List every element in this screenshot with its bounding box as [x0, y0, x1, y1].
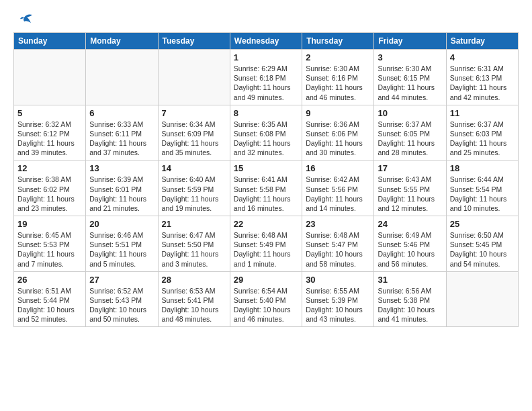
calendar-header-row: SundayMondayTuesdayWednesdayThursdayFrid… — [14, 33, 519, 50]
day-number: 16 — [306, 163, 370, 173]
day-number: 22 — [234, 219, 298, 229]
day-number: 15 — [234, 163, 298, 173]
day-info: Sunrise: 6:33 AMSunset: 6:11 PMDaylight:… — [89, 120, 154, 158]
calendar-table: SundayMondayTuesdayWednesdayThursdayFrid… — [13, 32, 519, 327]
day-number: 24 — [378, 219, 442, 229]
weekday-header-saturday: Saturday — [446, 33, 518, 50]
weekday-header-sunday: Sunday — [14, 33, 86, 50]
calendar-cell: 20Sunrise: 6:46 AMSunset: 5:51 PMDayligh… — [86, 216, 158, 272]
logo-bird-icon — [15, 13, 34, 28]
calendar-cell: 3Sunrise: 6:30 AMSunset: 6:15 PMDaylight… — [374, 50, 446, 105]
calendar-cell: 6Sunrise: 6:33 AMSunset: 6:11 PMDaylight… — [86, 105, 158, 161]
day-info: Sunrise: 6:49 AMSunset: 5:46 PMDaylight:… — [378, 230, 442, 269]
day-info: Sunrise: 6:30 AMSunset: 6:16 PMDaylight:… — [306, 64, 370, 102]
day-number: 8 — [234, 108, 298, 118]
day-info: Sunrise: 6:48 AMSunset: 5:47 PMDaylight:… — [306, 230, 370, 269]
day-info: Sunrise: 6:42 AMSunset: 5:56 PMDaylight:… — [306, 175, 370, 213]
calendar-cell: 17Sunrise: 6:43 AMSunset: 5:55 PMDayligh… — [374, 161, 446, 216]
day-info: Sunrise: 6:52 AMSunset: 5:43 PMDaylight:… — [89, 286, 154, 324]
day-info: Sunrise: 6:35 AMSunset: 6:08 PMDaylight:… — [234, 120, 298, 158]
calendar-cell: 25Sunrise: 6:50 AMSunset: 5:45 PMDayligh… — [446, 216, 518, 272]
day-number: 28 — [162, 275, 226, 285]
calendar-cell — [158, 50, 230, 105]
calendar-cell: 14Sunrise: 6:40 AMSunset: 5:59 PMDayligh… — [158, 161, 230, 216]
calendar-cell: 16Sunrise: 6:42 AMSunset: 5:56 PMDayligh… — [302, 161, 374, 216]
calendar-week-row: 19Sunrise: 6:45 AMSunset: 5:53 PMDayligh… — [14, 216, 519, 272]
page-header — [13, 13, 519, 26]
day-info: Sunrise: 6:43 AMSunset: 5:55 PMDaylight:… — [378, 175, 442, 213]
day-info: Sunrise: 6:55 AMSunset: 5:39 PMDaylight:… — [306, 286, 370, 324]
calendar-week-row: 1Sunrise: 6:29 AMSunset: 6:18 PMDaylight… — [14, 50, 519, 105]
logo — [13, 13, 34, 26]
day-number: 4 — [450, 52, 515, 62]
day-number: 5 — [17, 108, 82, 118]
day-info: Sunrise: 6:41 AMSunset: 5:58 PMDaylight:… — [234, 175, 298, 213]
day-number: 11 — [450, 108, 515, 118]
weekday-header-friday: Friday — [374, 33, 446, 50]
day-info: Sunrise: 6:48 AMSunset: 5:49 PMDaylight:… — [234, 230, 298, 269]
day-number: 2 — [306, 52, 370, 62]
day-number: 6 — [89, 108, 154, 118]
calendar-week-row: 12Sunrise: 6:38 AMSunset: 6:02 PMDayligh… — [14, 161, 519, 216]
day-number: 21 — [162, 219, 226, 229]
calendar-week-row: 26Sunrise: 6:51 AMSunset: 5:44 PMDayligh… — [14, 271, 519, 327]
day-info: Sunrise: 6:32 AMSunset: 6:12 PMDaylight:… — [17, 120, 82, 158]
calendar-cell: 19Sunrise: 6:45 AMSunset: 5:53 PMDayligh… — [14, 216, 86, 272]
day-number: 26 — [17, 275, 82, 285]
day-number: 31 — [378, 275, 442, 285]
day-number: 13 — [89, 163, 154, 173]
calendar-cell: 29Sunrise: 6:54 AMSunset: 5:40 PMDayligh… — [230, 271, 302, 327]
day-info: Sunrise: 6:46 AMSunset: 5:51 PMDaylight:… — [89, 230, 154, 269]
day-info: Sunrise: 6:34 AMSunset: 6:09 PMDaylight:… — [162, 120, 226, 158]
weekday-header-tuesday: Tuesday — [158, 33, 230, 50]
day-number: 7 — [162, 108, 226, 118]
day-info: Sunrise: 6:37 AMSunset: 6:03 PMDaylight:… — [450, 120, 515, 158]
day-info: Sunrise: 6:54 AMSunset: 5:40 PMDaylight:… — [234, 286, 298, 324]
calendar-cell: 18Sunrise: 6:44 AMSunset: 5:54 PMDayligh… — [446, 161, 518, 216]
day-number: 18 — [450, 163, 515, 173]
day-info: Sunrise: 6:50 AMSunset: 5:45 PMDaylight:… — [450, 230, 515, 269]
day-number: 23 — [306, 219, 370, 229]
calendar-cell: 12Sunrise: 6:38 AMSunset: 6:02 PMDayligh… — [14, 161, 86, 216]
calendar-cell: 5Sunrise: 6:32 AMSunset: 6:12 PMDaylight… — [14, 105, 86, 161]
calendar-week-row: 5Sunrise: 6:32 AMSunset: 6:12 PMDaylight… — [14, 105, 519, 161]
calendar-cell: 22Sunrise: 6:48 AMSunset: 5:49 PMDayligh… — [230, 216, 302, 272]
day-info: Sunrise: 6:44 AMSunset: 5:54 PMDaylight:… — [450, 175, 515, 213]
calendar-cell — [86, 50, 158, 105]
day-info: Sunrise: 6:37 AMSunset: 6:05 PMDaylight:… — [378, 120, 442, 158]
calendar-cell: 30Sunrise: 6:55 AMSunset: 5:39 PMDayligh… — [302, 271, 374, 327]
day-info: Sunrise: 6:56 AMSunset: 5:38 PMDaylight:… — [378, 286, 442, 324]
day-info: Sunrise: 6:39 AMSunset: 6:01 PMDaylight:… — [89, 175, 154, 213]
calendar-cell: 28Sunrise: 6:53 AMSunset: 5:41 PMDayligh… — [158, 271, 230, 327]
day-number: 14 — [162, 163, 226, 173]
day-number: 27 — [89, 275, 154, 285]
day-info: Sunrise: 6:30 AMSunset: 6:15 PMDaylight:… — [378, 64, 442, 102]
day-info: Sunrise: 6:29 AMSunset: 6:18 PMDaylight:… — [234, 64, 298, 102]
calendar-cell: 24Sunrise: 6:49 AMSunset: 5:46 PMDayligh… — [374, 216, 446, 272]
day-info: Sunrise: 6:51 AMSunset: 5:44 PMDaylight:… — [17, 286, 82, 324]
weekday-header-thursday: Thursday — [302, 33, 374, 50]
day-number: 30 — [306, 275, 370, 285]
day-info: Sunrise: 6:53 AMSunset: 5:41 PMDaylight:… — [162, 286, 226, 324]
calendar-cell: 21Sunrise: 6:47 AMSunset: 5:50 PMDayligh… — [158, 216, 230, 272]
calendar-cell: 1Sunrise: 6:29 AMSunset: 6:18 PMDaylight… — [230, 50, 302, 105]
calendar-cell: 27Sunrise: 6:52 AMSunset: 5:43 PMDayligh… — [86, 271, 158, 327]
calendar-cell: 13Sunrise: 6:39 AMSunset: 6:01 PMDayligh… — [86, 161, 158, 216]
calendar-cell: 4Sunrise: 6:31 AMSunset: 6:13 PMDaylight… — [446, 50, 518, 105]
calendar-cell: 8Sunrise: 6:35 AMSunset: 6:08 PMDaylight… — [230, 105, 302, 161]
day-number: 25 — [450, 219, 515, 229]
day-number: 9 — [306, 108, 370, 118]
day-info: Sunrise: 6:36 AMSunset: 6:06 PMDaylight:… — [306, 120, 370, 158]
calendar-cell: 2Sunrise: 6:30 AMSunset: 6:16 PMDaylight… — [302, 50, 374, 105]
calendar-cell — [446, 271, 518, 327]
day-number: 10 — [378, 108, 442, 118]
calendar-cell — [14, 50, 86, 105]
calendar-cell: 23Sunrise: 6:48 AMSunset: 5:47 PMDayligh… — [302, 216, 374, 272]
day-number: 3 — [378, 52, 442, 62]
day-info: Sunrise: 6:38 AMSunset: 6:02 PMDaylight:… — [17, 175, 82, 213]
day-number: 29 — [234, 275, 298, 285]
day-number: 19 — [17, 219, 82, 229]
weekday-header-wednesday: Wednesday — [230, 33, 302, 50]
day-number: 12 — [17, 163, 82, 173]
day-number: 17 — [378, 163, 442, 173]
